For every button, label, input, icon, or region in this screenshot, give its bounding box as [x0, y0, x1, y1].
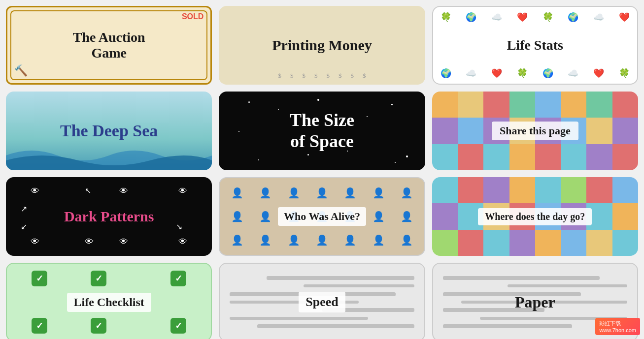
sold-badge: SOLD [182, 12, 203, 21]
check-icon-1: ✓ [32, 271, 47, 286]
card-share[interactable]: Share this page [432, 92, 638, 170]
star [258, 159, 259, 160]
paper-title: Paper [515, 293, 555, 311]
star [367, 116, 368, 117]
card-grid: SOLD The AuctionGame 🔨 Printing Money $$… [6, 6, 638, 339]
card-auction[interactable]: SOLD The AuctionGame 🔨 [6, 6, 212, 85]
cursor-icon: ↘ [176, 222, 182, 231]
check-icon-6: ✓ [170, 318, 186, 334]
alive-title: Who Was Alive? [278, 207, 366, 226]
hammer-icon: 🔨 [14, 64, 28, 77]
checklist-title: Life Checklist [67, 293, 151, 312]
auction-title: The AuctionGame [73, 30, 145, 61]
star [307, 154, 309, 155]
lifestats-title: Life Stats [507, 37, 563, 53]
card-deepsea[interactable]: The Deep Sea [6, 92, 212, 170]
check-icon-4: ✓ [32, 318, 47, 334]
star [248, 101, 250, 103]
daygo-title: Where does the day go? [478, 208, 592, 225]
star [317, 99, 319, 101]
eye-icon: 👁 [119, 237, 128, 247]
space-title: The Sizeof Space [290, 110, 354, 152]
lifestats-icons-top: 🍀🌍☁️❤️🍀🌍☁️❤️ [433, 12, 637, 23]
card-speed[interactable]: Speed [219, 263, 425, 339]
card-lifestats[interactable]: 🍀🌍☁️❤️🍀🌍☁️❤️ Life Stats 🌍☁️❤️🍀🌍☁️❤️🍀 [432, 6, 638, 85]
star [391, 104, 393, 105]
speed-title: Speed [299, 292, 345, 312]
dark-title: Dark Patterns [64, 208, 154, 225]
card-daygo[interactable]: Where does the day go? [432, 177, 638, 256]
deepsea-title: The Deep Sea [60, 122, 158, 140]
card-dark[interactable]: 👁 ↖ 👁 👁 ↗ ↙ ↘ 👁 👁 👁 👁 Dark Patterns [6, 177, 212, 256]
star [395, 162, 396, 163]
dollar-row: $$$$$$$$ [278, 72, 366, 80]
card-alive[interactable]: 👤👤👤 👤👤👤👤 👤👤👤 👤👤👤👤 👤👤👤 👤👤👤👤 Who Was Alive… [219, 177, 425, 256]
eye-icon: 👁 [31, 237, 39, 247]
check-icon-3: ✓ [170, 271, 186, 286]
cursor-icon: ↖ [85, 186, 91, 195]
cursor-icon: ↗ [21, 204, 27, 214]
card-checklist[interactable]: ✓ ✓ ✓ ✓ ✓ ✓ Life Checklist [6, 263, 212, 339]
cursor-icon: ↙ [21, 222, 27, 231]
card-printing[interactable]: Printing Money $$$$$$$$ [219, 6, 425, 85]
eye-icon: 👁 [31, 186, 39, 196]
eye-icon: 👁 [85, 237, 94, 247]
check-icon-2: ✓ [91, 271, 106, 286]
star [406, 155, 408, 157]
eye-icon: 👁 [178, 186, 187, 196]
wave-svg [6, 141, 212, 170]
star [278, 109, 279, 110]
check-icon-5: ✓ [91, 318, 106, 334]
eye-icon: 👁 [178, 237, 187, 247]
star [238, 131, 239, 132]
watermark: 彩虹下载 www.7hon.com [595, 318, 640, 335]
lifestats-icons-bottom: 🌍☁️❤️🍀🌍☁️❤️🍀 [433, 68, 637, 79]
printing-title: Printing Money [272, 37, 372, 54]
share-title: Share this page [492, 122, 578, 140]
eye-icon: 👁 [119, 186, 128, 196]
card-space[interactable]: The Sizeof Space [219, 92, 425, 170]
